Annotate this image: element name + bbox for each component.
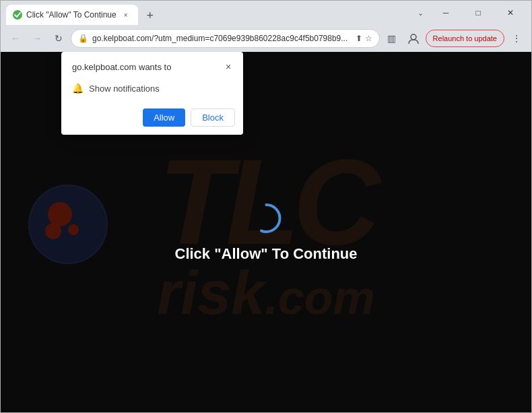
logo-circle (28, 184, 108, 265)
reload-button[interactable]: ↻ (49, 29, 68, 48)
chevron-down-icon[interactable]: ⌄ (412, 9, 429, 18)
popup-title: go.kelpboat.com wants to (72, 62, 171, 72)
svg-point-4 (45, 223, 61, 239)
window-controls: ⌄ ─ □ ✕ (412, 1, 526, 25)
share-icon[interactable]: ⬆ (356, 34, 362, 43)
center-content: Click "Allow" To Continue (174, 202, 357, 263)
forward-button[interactable]: → (28, 29, 46, 48)
loading-spinner (250, 202, 282, 234)
permission-popup: go.kelpboat.com wants to × 🔔 Show notifi… (61, 52, 243, 135)
svg-point-6 (253, 205, 279, 232)
back-button[interactable]: ← (6, 29, 25, 48)
page-content: TLC risk .com Click (1, 52, 531, 412)
relaunch-button[interactable]: Relaunch to update (426, 30, 504, 47)
bookmark-icon[interactable]: ☆ (365, 34, 372, 43)
svg-point-2 (29, 185, 107, 263)
lock-icon: 🔒 (78, 34, 88, 43)
tab-title: Click "Allow" To Continue (26, 10, 117, 20)
popup-close-button[interactable]: × (222, 60, 235, 73)
main-text: Click "Allow" To Continue (174, 245, 357, 263)
popup-item-label: Show notifications (89, 84, 160, 94)
title-bar: Click "Allow" To Continue × + ⌄ ─ □ ✕ (1, 1, 531, 25)
sidebar-toggle-button[interactable]: ▥ (383, 29, 401, 48)
svg-point-5 (68, 224, 79, 235)
popup-header: go.kelpboat.com wants to × (61, 52, 243, 79)
close-button[interactable]: ✕ (495, 1, 526, 25)
svg-point-1 (411, 34, 416, 40)
tab-close-button[interactable]: × (121, 9, 131, 20)
address-bar-icons: ⬆ ☆ (356, 34, 372, 43)
block-button[interactable]: Block (191, 108, 235, 127)
watermark-risk: risk (157, 263, 265, 323)
popup-notification-item: 🔔 Show notifications (61, 79, 243, 103)
popup-buttons: Allow Block (61, 103, 243, 135)
profile-button[interactable] (404, 29, 423, 48)
minimize-button[interactable]: ─ (430, 1, 461, 25)
toolbar: ← → ↻ 🔒 go.kelpboat.com/?utm_medium=c706… (1, 25, 531, 52)
toolbar-right: ▥ Relaunch to update ⋮ (383, 29, 526, 48)
new-tab-button[interactable]: + (141, 6, 160, 25)
bell-icon: 🔔 (72, 83, 84, 94)
url-text: go.kelpboat.com/?utm_medium=c7069e939b86… (92, 34, 352, 43)
browser-window: Click "Allow" To Continue × + ⌄ ─ □ ✕ ← … (0, 0, 532, 413)
tabs-area: Click "Allow" To Continue × + (6, 1, 412, 25)
tab-favicon (13, 10, 22, 20)
active-tab[interactable]: Click "Allow" To Continue × (6, 5, 138, 25)
watermark-com: .com (265, 274, 374, 321)
more-menu-button[interactable]: ⋮ (507, 29, 526, 48)
allow-button[interactable]: Allow (143, 108, 185, 127)
address-bar[interactable]: 🔒 go.kelpboat.com/?utm_medium=c7069e939b… (71, 29, 380, 48)
maximize-button[interactable]: □ (463, 1, 494, 25)
svg-point-3 (48, 202, 72, 226)
